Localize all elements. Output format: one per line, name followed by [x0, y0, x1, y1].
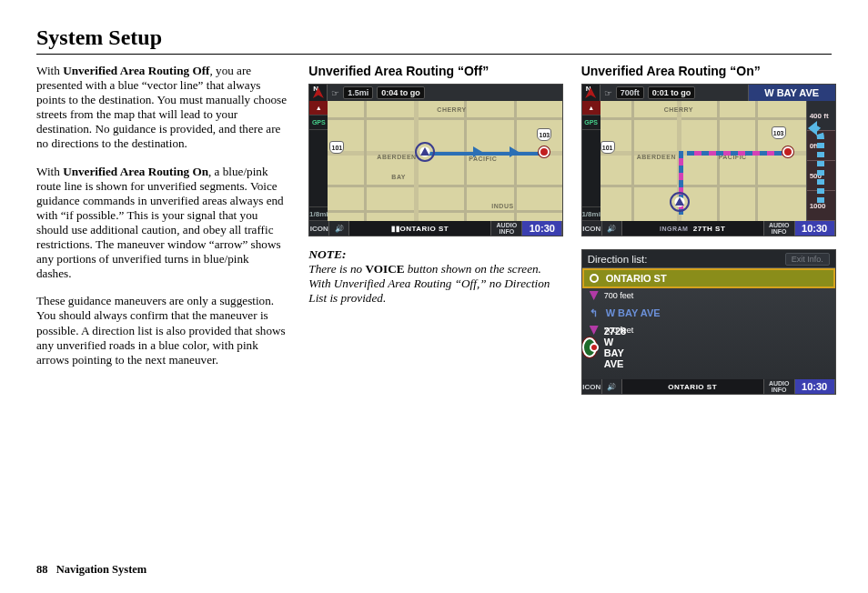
left-rail: ▲ GPS 1/8mi	[582, 101, 601, 221]
compass-icon[interactable]: N	[309, 85, 328, 101]
nav-bottombar: ICON 🔊 INGRAM 27TH ST AUDIO INFO 10:30	[582, 221, 835, 236]
audio-info-button[interactable]: AUDIO INFO	[491, 221, 522, 236]
text: , a blue/pink route line is shown for un…	[36, 165, 284, 281]
audio-info-button[interactable]: AUDIO INFO	[764, 221, 795, 236]
subhead-off: Unverified Area Routing “Off”	[308, 64, 559, 78]
note-body: There is no VOICE button shown on the sc…	[308, 262, 559, 306]
gps-indicator: GPS	[582, 116, 601, 130]
compass-icon[interactable]: N	[582, 85, 601, 101]
page-title: System Setup	[36, 25, 832, 55]
nav-bottombar: ICON 🔊 ▮▮ ONTARIO ST AUDIO INFO 10:30	[309, 221, 562, 236]
text: With	[36, 64, 63, 77]
doc-title: Navigation System	[56, 563, 147, 576]
text: With	[36, 165, 63, 178]
list-item[interactable]: ↰ W BAY AVE	[582, 303, 835, 323]
turn-icon: ↰	[588, 307, 601, 319]
list-distance: 700 feet	[582, 288, 835, 303]
direction-bottombar: ICON 🔊 ONTARIO ST AUDIO INFO 10:30	[582, 379, 835, 394]
hwy-shield-icon: 101	[329, 141, 344, 154]
list-item-label: W BAY AVE	[606, 307, 661, 318]
svg-marker-0	[808, 121, 817, 136]
map-label: ABERDEEN	[637, 154, 676, 160]
map-label: INDUS	[491, 203, 513, 209]
clock: 10:30	[795, 379, 835, 394]
list-item[interactable]: ONTARIO ST	[582, 268, 835, 288]
map-label: CHERRY	[664, 106, 693, 113]
vehicle-icon	[415, 142, 435, 162]
columns: With Unverified Area Routing Off, you ar…	[36, 64, 832, 395]
eta-chip: 0:01 to go	[648, 86, 696, 99]
street-label: ▮▮ ONTARIO ST	[349, 221, 491, 236]
clock: 10:30	[795, 221, 835, 236]
icon-button[interactable]: ICON	[582, 379, 602, 394]
alert-icon[interactable]: ▲	[309, 101, 328, 116]
arrow-icon	[473, 146, 482, 157]
hand-icon: ☞	[604, 88, 612, 98]
clock: 10:30	[522, 221, 562, 236]
scale-label[interactable]: 1/8mi	[582, 206, 601, 221]
paragraph-off: With Unverified Area Routing Off, you ar…	[36, 64, 287, 152]
eta-chip: 0:04 to go	[377, 86, 425, 99]
hwy-shield-icon: 101	[601, 141, 615, 154]
direction-list[interactable]: ONTARIO ST 700 feet ↰ W BAY AVE 700 feet…	[582, 268, 835, 379]
page-footer: 88 Navigation System	[36, 563, 146, 577]
map-canvas[interactable]: 101 103 CHERRY ABERDEEN PACIFIC	[601, 101, 806, 221]
vector-line	[426, 152, 539, 156]
icon-button[interactable]: ICON	[582, 221, 602, 236]
column-2: Unverified Area Routing “Off” N ☞ 1.5mi …	[308, 64, 559, 395]
down-arrow-icon	[590, 291, 599, 300]
vehicle-icon	[670, 192, 690, 212]
distance-chip: 1.5mi	[343, 86, 373, 99]
speaker-icon[interactable]: 🔊	[602, 221, 622, 236]
nav-screen-off: N ☞ 1.5mi 0:04 to go ▲ GPS 1/8mi	[308, 84, 563, 236]
street-label: INGRAM 27TH ST	[622, 221, 764, 236]
direction-list-title: Direction list:	[588, 254, 648, 265]
distance-label: 700 feet	[604, 291, 634, 300]
list-item-destination[interactable]: 2728 W BAY AVE	[582, 337, 597, 357]
paragraph-suggestion: These guidance maneuvers are only a sugg…	[36, 294, 287, 367]
column-1: With Unverified Area Routing Off, you ar…	[36, 64, 287, 395]
nav-topbar: N ☞ 700ft 0:01 to go W BAY AVE	[582, 85, 835, 101]
nav-screen-on: N ☞ 700ft 0:01 to go W BAY AVE ▲ GPS 1/8…	[581, 84, 836, 236]
down-arrow-icon	[590, 326, 599, 335]
paragraph-on: With Unverified Area Routing On, a blue/…	[36, 165, 287, 282]
hwy-shield-icon: 103	[537, 128, 551, 141]
bold-voice: VOICE	[365, 262, 404, 276]
direction-list-screen: Direction list: Exit Info. ONTARIO ST 70…	[581, 249, 836, 395]
destination-icon	[782, 146, 793, 157]
list-item-label: 2728 W BAY AVE	[604, 326, 626, 369]
hwy-shield-icon: 103	[772, 126, 786, 139]
list-item-label: ONTARIO ST	[606, 273, 667, 284]
text: There is no	[308, 262, 365, 276]
speaker-icon[interactable]: 🔊	[329, 221, 349, 236]
exit-info-button[interactable]: Exit Info.	[785, 253, 830, 266]
route-line	[687, 151, 785, 156]
hand-icon: ☞	[331, 88, 339, 98]
bold-on: Unverified Area Routing On	[63, 165, 208, 178]
map-label: BAY	[391, 174, 406, 180]
bold-off: Unverified Area Routing Off	[63, 64, 209, 77]
alert-icon[interactable]: ▲	[582, 101, 601, 116]
left-rail: ▲ GPS 1/8mi	[309, 101, 328, 221]
map-label: CHERRY	[437, 106, 466, 113]
column-3: Unverified Area Routing “On” N ☞ 700ft 0…	[581, 64, 832, 395]
maneuver-arrow-icon	[808, 112, 833, 203]
street-label: ONTARIO ST	[622, 379, 764, 394]
direction-list-header: Direction list: Exit Info.	[582, 250, 835, 268]
scale-label[interactable]: 1/8mi	[309, 206, 328, 221]
note-label: NOTE:	[308, 247, 559, 262]
audio-info-button[interactable]: AUDIO INFO	[764, 379, 795, 394]
destination-icon	[590, 341, 599, 354]
subhead-on: Unverified Area Routing “On”	[581, 64, 832, 78]
destination-icon	[539, 146, 550, 157]
arrow-icon	[510, 146, 519, 157]
next-street-bar: W BAY AVE	[748, 85, 835, 101]
gps-indicator: GPS	[309, 116, 328, 130]
map-label: ABERDEEN	[377, 154, 416, 160]
icon-button[interactable]: ICON	[309, 221, 329, 236]
map-canvas[interactable]: 101 103 CHERRY ABERDEEN BAY PACIFIC INDU…	[328, 101, 562, 221]
nav-topbar: N ☞ 1.5mi 0:04 to go	[309, 85, 562, 101]
speaker-icon[interactable]: 🔊	[602, 379, 622, 394]
waypoint-icon	[588, 272, 601, 285]
distance-chip: 700ft	[616, 86, 644, 99]
